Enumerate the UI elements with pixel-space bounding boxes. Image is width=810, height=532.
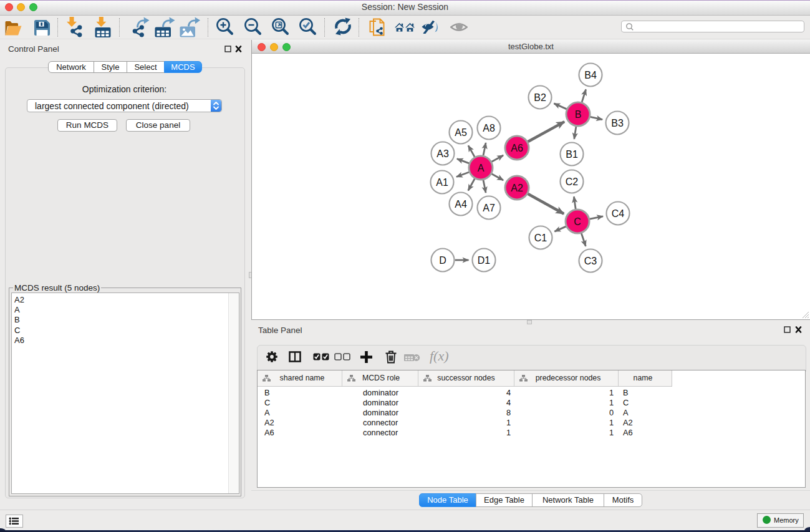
svg-text:C3: C3 (584, 256, 597, 266)
svg-text:C1: C1 (534, 233, 547, 243)
svg-text:A5: A5 (455, 127, 467, 138)
svg-text:A: A (478, 163, 485, 173)
svg-text:B: B (575, 109, 582, 120)
svg-text:D1: D1 (478, 255, 491, 266)
svg-text:A2: A2 (511, 183, 523, 193)
svg-text:C: C (574, 216, 581, 227)
svg-text:B3: B3 (611, 118, 624, 128)
svg-text:B4: B4 (584, 70, 597, 80)
svg-text:A6: A6 (511, 143, 523, 153)
svg-text:B1: B1 (566, 149, 578, 160)
svg-text:A4: A4 (455, 199, 467, 210)
svg-text:C2: C2 (566, 177, 579, 187)
svg-text:A7: A7 (483, 203, 495, 213)
svg-text:D: D (439, 255, 446, 266)
svg-text:A8: A8 (483, 123, 495, 133)
svg-text:A1: A1 (436, 177, 448, 188)
svg-text:C4: C4 (612, 208, 625, 219)
svg-text:B2: B2 (534, 92, 546, 103)
svg-text:A3: A3 (436, 148, 449, 159)
